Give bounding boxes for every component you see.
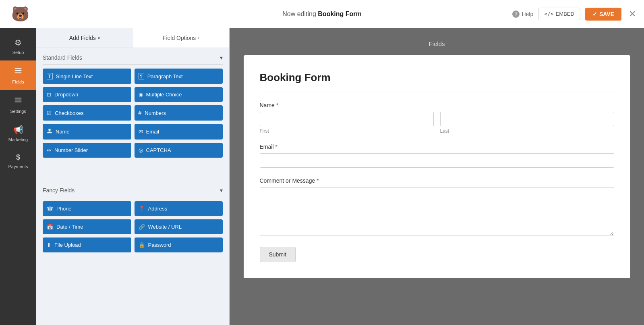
- sidebar-item-settings-label: Settings: [10, 109, 26, 114]
- submit-button-label: Submit: [269, 251, 287, 258]
- comment-field-label: Comment or Message *: [260, 177, 614, 184]
- fancy-fields-label: Fancy Fields: [43, 187, 75, 194]
- email-input[interactable]: [260, 153, 614, 168]
- paragraph-icon: ¶: [139, 73, 144, 79]
- field-btn-number-slider-label: Number Slider: [54, 147, 88, 153]
- fancy-fields-grid: ☎ Phone 📍 Address 📅 Date / Time 🔗 Websit…: [43, 201, 223, 252]
- collapse-fancy-icon[interactable]: ▾: [220, 187, 223, 194]
- sidebar-item-marketing-label: Marketing: [8, 137, 28, 142]
- field-btn-name[interactable]: Name: [43, 124, 131, 140]
- tab-field-options-label: Field Options: [163, 35, 196, 41]
- email-field-label: Email *: [260, 144, 614, 150]
- field-btn-phone[interactable]: ☎ Phone: [43, 201, 131, 216]
- last-name-sublabel: Last: [440, 128, 614, 134]
- form-group-comment: Comment or Message *: [260, 177, 614, 237]
- hash-icon: #: [139, 110, 142, 116]
- tab-field-options[interactable]: Field Options ›: [133, 28, 230, 48]
- panel-tabs: Add Fields ▾ Field Options ›: [36, 28, 229, 48]
- form-name: Booking Form: [318, 10, 361, 17]
- field-btn-address[interactable]: 📍 Address: [135, 201, 223, 216]
- embed-code-icon: </>: [544, 11, 553, 17]
- field-btn-file-upload-label: File Upload: [54, 242, 81, 248]
- field-btn-checkboxes-label: Checkboxes: [55, 110, 84, 116]
- sidebar-item-setup[interactable]: ⚙ Setup: [0, 32, 36, 60]
- comment-textarea[interactable]: [260, 187, 614, 235]
- first-name-input[interactable]: [260, 112, 434, 126]
- embed-button[interactable]: </> EMBED: [538, 8, 580, 20]
- form-group-name: Name * First Last: [260, 102, 614, 134]
- field-btn-password[interactable]: 🔒 Password: [135, 237, 223, 252]
- field-btn-email-label: Email: [146, 129, 159, 135]
- embed-label: EMBED: [556, 11, 574, 17]
- help-button[interactable]: ? Help: [512, 10, 533, 18]
- fields-area-label: Fields: [242, 40, 632, 47]
- top-bar: 🐻 Now editing Booking Form ? Help </> EM…: [0, 0, 644, 28]
- email-required-asterisk: *: [274, 144, 277, 150]
- field-btn-dropdown[interactable]: ⊡ Dropdown: [43, 87, 131, 102]
- sidebar-item-fields-label: Fields: [12, 79, 24, 84]
- form-title-divider: [260, 92, 614, 92]
- field-btn-multiple-choice-label: Multiple Choice: [146, 92, 182, 98]
- field-btn-website-url-label: Website / URL: [148, 224, 182, 230]
- help-icon: ?: [512, 10, 520, 18]
- logo: 🐻: [8, 3, 32, 25]
- field-btn-email[interactable]: ✉ Email: [135, 124, 223, 140]
- dropdown-icon: ⊡: [47, 92, 51, 98]
- field-btn-number-slider[interactable]: ⇔ Number Slider: [43, 143, 131, 158]
- sidebar-item-payments-label: Payments: [8, 164, 28, 169]
- first-name-sublabel: First: [260, 128, 434, 134]
- field-btn-website-url[interactable]: 🔗 Website / URL: [135, 219, 223, 234]
- save-button[interactable]: ✓ SAVE: [585, 8, 621, 21]
- field-btn-single-line-text-label: Single Line Text: [56, 73, 93, 79]
- multiple-choice-icon: ◉: [139, 92, 143, 98]
- close-button[interactable]: ✕: [629, 9, 636, 19]
- captcha-icon: ◎: [139, 147, 143, 153]
- sidebar-item-fields[interactable]: Fields: [0, 60, 36, 90]
- field-btn-captcha-label: CAPTCHA: [146, 147, 171, 153]
- sidebar-item-payments[interactable]: $ Payments: [0, 148, 36, 175]
- phone-icon: ☎: [47, 206, 53, 212]
- pin-icon: 📍: [139, 206, 145, 212]
- field-btn-file-upload[interactable]: ⬆ File Upload: [43, 237, 131, 252]
- field-btn-paragraph-text[interactable]: ¶ Paragraph Text: [135, 69, 223, 84]
- person-icon: [47, 128, 52, 135]
- field-btn-dropdown-label: Dropdown: [54, 92, 78, 98]
- fields-panel: Add Fields ▾ Field Options › Standard Fi…: [36, 28, 230, 325]
- text-icon: T: [47, 73, 53, 79]
- field-btn-numbers[interactable]: # Numbers: [135, 105, 223, 121]
- form-group-email: Email *: [260, 144, 614, 168]
- field-btn-date-time[interactable]: 📅 Date / Time: [43, 219, 131, 234]
- field-btn-address-label: Address: [148, 206, 168, 212]
- settings-icon: [14, 96, 23, 106]
- submit-button[interactable]: Submit: [260, 247, 296, 262]
- name-row: First Last: [260, 112, 614, 134]
- field-btn-paragraph-text-label: Paragraph Text: [147, 73, 183, 79]
- field-btn-captcha[interactable]: ◎ CAPTCHA: [135, 143, 223, 158]
- fancy-fields-section: Fancy Fields ▾ ☎ Phone 📍 Address 📅 Date …: [36, 181, 229, 262]
- top-bar-right: ? Help </> EMBED ✓ SAVE ✕: [512, 8, 636, 21]
- chevron-right-icon: ›: [198, 36, 199, 40]
- field-btn-multiple-choice[interactable]: ◉ Multiple Choice: [135, 87, 223, 102]
- standard-fields-section: Standard Fields ▾ T Single Line Text ¶ P…: [36, 48, 229, 167]
- first-name-col: First: [260, 112, 434, 134]
- sidebar-item-settings[interactable]: Settings: [0, 90, 36, 119]
- field-btn-checkboxes[interactable]: ☑ Checkboxes: [43, 105, 131, 121]
- sidebar-item-marketing[interactable]: 📢 Marketing: [0, 119, 36, 148]
- collapse-standard-icon[interactable]: ▾: [220, 54, 223, 61]
- logo-bear-icon: 🐻: [11, 6, 29, 23]
- editing-title: Now editing Booking Form: [282, 10, 361, 18]
- comment-required-asterisk: *: [315, 177, 319, 184]
- fields-icon: [14, 66, 23, 77]
- last-name-input[interactable]: [440, 112, 614, 126]
- section-divider: [36, 174, 229, 174]
- form-card: Booking Form Name * First Last: [244, 55, 630, 278]
- checkbox-icon: ☑: [47, 110, 52, 116]
- checkmark-icon: ✓: [592, 11, 597, 17]
- fancy-fields-header: Fancy Fields ▾: [43, 187, 223, 197]
- tab-add-fields[interactable]: Add Fields ▾: [36, 28, 133, 48]
- field-btn-password-label: Password: [148, 242, 171, 248]
- lock-icon: 🔒: [139, 242, 145, 248]
- upload-icon: ⬆: [47, 242, 51, 248]
- svg-rect-0: [15, 68, 22, 69]
- field-btn-single-line-text[interactable]: T Single Line Text: [43, 69, 131, 84]
